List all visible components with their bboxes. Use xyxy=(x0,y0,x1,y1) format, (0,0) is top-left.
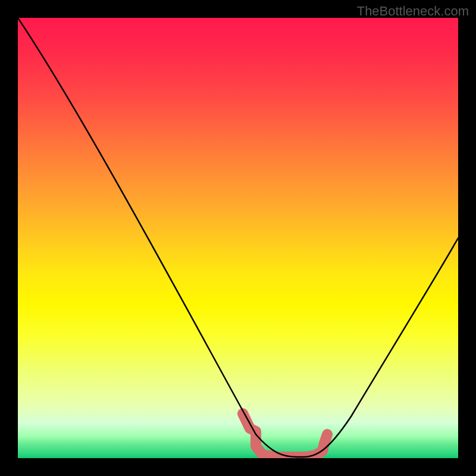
watermark-text: TheBottleneck.com xyxy=(357,4,469,19)
curve-svg xyxy=(18,18,458,458)
plot-area xyxy=(18,18,458,458)
optimal-zone-overlay xyxy=(243,414,327,457)
bottleneck-curve xyxy=(18,18,458,457)
